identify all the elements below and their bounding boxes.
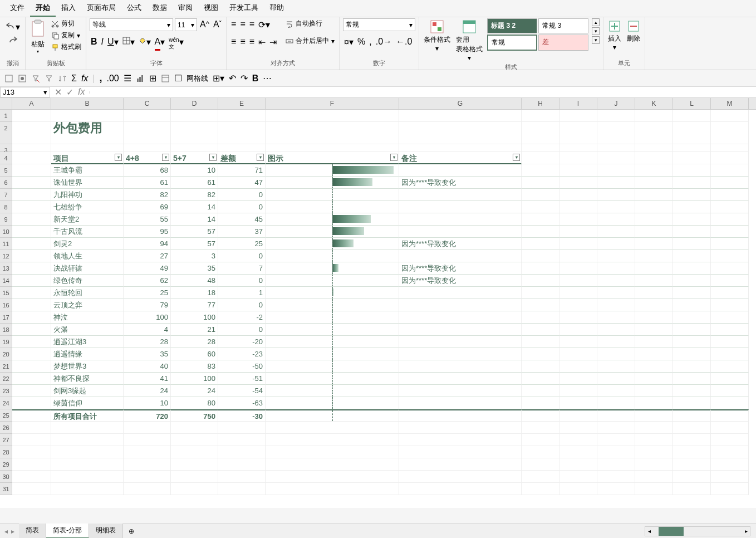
table-cell[interactable]: 梦想世界3 <box>51 360 124 373</box>
name-box[interactable]: J13▾ <box>0 87 50 97</box>
row-header-8[interactable]: 8 <box>0 201 12 213</box>
table-cell[interactable]: 57 <box>171 226 218 238</box>
insert-cells-button[interactable]: 插入▾ <box>607 18 622 52</box>
table-cell[interactable]: 0 <box>218 250 266 262</box>
table-cell[interactable]: 九阳神功 <box>51 189 124 201</box>
style-scroll-down[interactable]: ▾ <box>592 27 600 35</box>
table-cell[interactable] <box>399 336 522 348</box>
table-cell[interactable] <box>266 238 399 250</box>
number-format-select[interactable]: 常规▾ <box>343 18 415 31</box>
row-header-11[interactable]: 11 <box>0 238 12 250</box>
table-cell[interactable]: 因为****导致变化 <box>399 238 522 250</box>
col-header-B[interactable]: B <box>51 98 124 109</box>
table-cell[interactable]: -2 <box>218 311 266 324</box>
table-cell[interactable]: 95 <box>124 226 171 238</box>
row-header-28[interactable]: 28 <box>0 446 12 458</box>
q-icon-2[interactable] <box>18 74 27 83</box>
table-cell[interactable]: 18 <box>171 287 218 299</box>
row-header-16[interactable]: 16 <box>0 299 12 311</box>
table-cell[interactable]: 24 <box>124 385 171 397</box>
table-cell[interactable]: 69 <box>124 201 171 213</box>
table-cell[interactable]: 28 <box>124 336 171 348</box>
orientation-icon[interactable]: ⟳▾ <box>257 18 271 31</box>
filter-dropdown[interactable]: ▾ <box>390 154 397 161</box>
table-cell[interactable] <box>266 311 399 324</box>
row-header-9[interactable]: 9 <box>0 213 12 226</box>
table-cell[interactable] <box>266 385 399 397</box>
row-header-15[interactable]: 15 <box>0 287 12 299</box>
spreadsheet-grid[interactable]: ABCDEFGHIJKLM 12外包费用34项目▾4+8▾5+7▾差额▾图示▾备… <box>0 98 756 508</box>
table-cell[interactable]: 决战轩辕 <box>51 262 124 275</box>
currency-icon[interactable]: ¤▾ <box>343 36 355 48</box>
table-cell[interactable]: 48 <box>171 275 218 287</box>
q-sort-icon[interactable] <box>58 74 67 83</box>
table-cell[interactable]: 14 <box>171 213 218 226</box>
row-header-29[interactable]: 29 <box>0 458 12 471</box>
table-cell[interactable] <box>399 385 522 397</box>
row-header-23[interactable]: 23 <box>0 385 12 397</box>
paste-button[interactable]: 粘贴▾ <box>29 18 47 55</box>
fx-cancel-icon[interactable]: ✕ <box>55 87 62 97</box>
table-cell[interactable]: 57 <box>171 238 218 250</box>
table-cell[interactable]: 77 <box>171 299 218 311</box>
table-cell[interactable]: 60 <box>171 348 218 360</box>
q-list-icon[interactable]: ☰ <box>124 73 131 84</box>
menu-文件[interactable]: 文件 <box>4 0 30 17</box>
q-fx-icon[interactable]: fx <box>81 74 88 84</box>
table-cell[interactable] <box>399 348 522 360</box>
style-title32[interactable]: 标题 3 2 <box>487 18 537 33</box>
row-header-14[interactable]: 14 <box>0 275 12 287</box>
table-cell[interactable] <box>399 201 522 213</box>
table-cell[interactable] <box>399 360 522 373</box>
table-cell[interactable] <box>266 275 399 287</box>
table-cell[interactable] <box>399 299 522 311</box>
table-cell[interactable]: 24 <box>171 385 218 397</box>
table-cell[interactable]: 14 <box>171 201 218 213</box>
table-cell[interactable]: 61 <box>124 177 171 189</box>
select-all-corner[interactable] <box>0 98 12 109</box>
q-gridlines-checkbox[interactable]: ☐ <box>174 73 182 84</box>
table-cell[interactable] <box>399 324 522 336</box>
q-filter-clear-icon[interactable] <box>31 74 40 83</box>
table-cell[interactable] <box>399 397 522 409</box>
table-cell[interactable]: 40 <box>124 360 171 373</box>
wrap-text-button[interactable]: 自动换行 <box>284 18 336 29</box>
table-cell[interactable]: 35 <box>171 262 218 275</box>
comma-icon[interactable]: , <box>368 36 372 48</box>
row-header-24[interactable]: 24 <box>0 397 12 409</box>
row-header-13[interactable]: 13 <box>0 262 12 275</box>
table-cell[interactable]: 逍遥情缘 <box>51 348 124 360</box>
fill-color-button[interactable]: ▾ <box>138 36 152 52</box>
filter-dropdown[interactable]: ▾ <box>209 154 217 161</box>
table-cell[interactable]: 82 <box>124 189 171 201</box>
table-cell[interactable]: 25 <box>218 238 266 250</box>
menu-开始[interactable]: 开始 <box>30 0 56 17</box>
row-header-21[interactable]: 21 <box>0 360 12 373</box>
q-freeze-icon[interactable] <box>161 74 170 83</box>
dec-dec-icon[interactable]: ←.0 <box>395 36 413 48</box>
table-cell[interactable]: 80 <box>171 397 218 409</box>
table-cell[interactable]: 新天堂2 <box>51 213 124 226</box>
row-header-20[interactable]: 20 <box>0 348 12 360</box>
row-header-27[interactable]: 27 <box>0 434 12 446</box>
row-header-10[interactable]: 10 <box>0 226 12 238</box>
font-grow-icon[interactable]: A^ <box>199 18 210 31</box>
table-cell[interactable] <box>266 250 399 262</box>
col-header-H[interactable]: H <box>522 98 559 109</box>
table-cell[interactable] <box>266 324 399 336</box>
filter-dropdown[interactable]: ▾ <box>162 154 169 161</box>
table-cell[interactable]: 0 <box>218 299 266 311</box>
table-cell[interactable]: 因为****导致变化 <box>399 275 522 287</box>
total-cell[interactable] <box>266 409 399 422</box>
table-cell[interactable] <box>266 201 399 213</box>
row-header-25[interactable]: 25 <box>0 409 12 422</box>
table-cell[interactable] <box>399 250 522 262</box>
filter-dropdown[interactable]: ▾ <box>115 154 122 161</box>
col-header-C[interactable]: C <box>124 98 171 109</box>
col-header-A[interactable]: A <box>12 98 51 109</box>
table-cell[interactable] <box>266 348 399 360</box>
table-cell[interactable]: 45 <box>218 213 266 226</box>
table-cell[interactable] <box>399 373 522 385</box>
table-cell[interactable]: 68 <box>124 164 171 177</box>
style-norm3[interactable]: 常规 3 <box>538 18 588 33</box>
